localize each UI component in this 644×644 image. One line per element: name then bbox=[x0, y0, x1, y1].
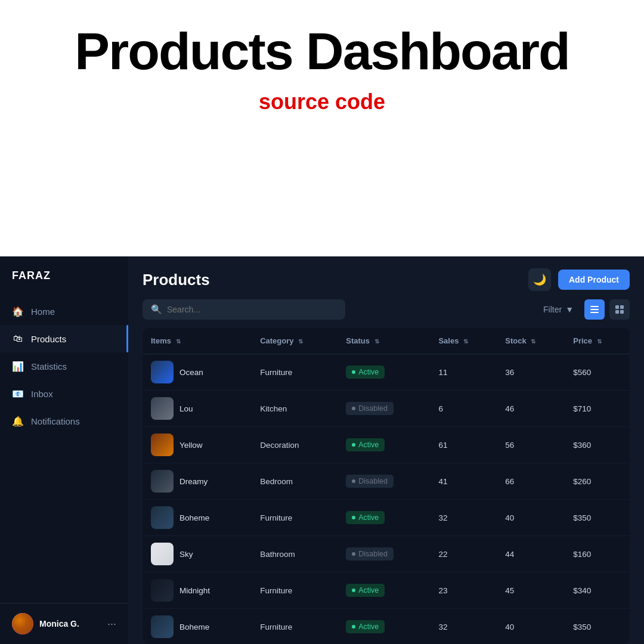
cell-item-3: Dreamy bbox=[143, 463, 252, 500]
status-badge-4: Active bbox=[346, 511, 385, 524]
sort-icon-status[interactable]: ⇅ bbox=[374, 338, 379, 345]
sidebar-item-home[interactable]: 🏠 Home bbox=[0, 298, 128, 325]
cell-category-1: Kitchen bbox=[252, 391, 338, 427]
status-badge-6: Active bbox=[346, 584, 385, 597]
product-cell-4: Boheme bbox=[151, 506, 243, 529]
hero-section: Products Dashboard source code bbox=[0, 0, 644, 256]
cell-stock-7: 40 bbox=[497, 609, 565, 645]
product-name-3: Dreamy bbox=[179, 477, 208, 486]
status-dot-5 bbox=[352, 552, 355, 556]
cell-category-3: Bedroom bbox=[252, 463, 338, 500]
cell-item-7: Boheme bbox=[143, 609, 252, 645]
table-row[interactable]: Boheme Furniture Active 32 40 $350 bbox=[143, 500, 630, 536]
col-price: Price ⇅ bbox=[565, 328, 630, 354]
table-row[interactable]: Lou Kitchen Disabled 6 46 $710 bbox=[143, 391, 630, 427]
search-icon: 🔍 bbox=[151, 304, 162, 315]
svg-rect-0 bbox=[590, 306, 599, 307]
sidebar-label-inbox: Inbox bbox=[31, 389, 53, 399]
sidebar-item-notifications[interactable]: 🔔 Notifications bbox=[0, 407, 128, 435]
sidebar-item-inbox[interactable]: 📧 Inbox bbox=[0, 380, 128, 407]
cell-item-2: Yellow bbox=[143, 427, 252, 463]
hero-title: Products Dashboard bbox=[75, 24, 569, 79]
product-cell-1: Lou bbox=[151, 397, 243, 420]
cell-sales-0: 11 bbox=[430, 354, 497, 391]
table-row[interactable]: Dreamy Bedroom Disabled 41 66 $260 bbox=[143, 463, 630, 500]
cell-price-5: $160 bbox=[565, 536, 630, 572]
filter-button[interactable]: Filter ▼ bbox=[537, 301, 580, 318]
product-thumb-7 bbox=[151, 615, 174, 638]
table-row[interactable]: Yellow Decoration Active 61 56 $360 bbox=[143, 427, 630, 463]
table-row[interactable]: Ocean Furniture Active 11 36 $560 bbox=[143, 354, 630, 391]
cell-sales-5: 22 bbox=[430, 536, 497, 572]
avatar bbox=[12, 613, 33, 634]
sidebar-icon-inbox: 📧 bbox=[12, 388, 24, 400]
sidebar-item-statistics[interactable]: 📊 Statistics bbox=[0, 352, 128, 380]
product-cell-7: Boheme bbox=[151, 615, 243, 638]
add-product-button[interactable]: Add Product bbox=[558, 270, 630, 290]
svg-rect-1 bbox=[590, 309, 599, 310]
header-row: Items ⇅ Category ⇅ Status ⇅ Sales ⇅ Stoc… bbox=[143, 328, 630, 354]
status-badge-1: Disabled bbox=[346, 402, 394, 415]
toolbar: 🔍 Filter ▼ bbox=[128, 299, 644, 328]
product-name-4: Boheme bbox=[179, 513, 209, 522]
sidebar-label-notifications: Notifications bbox=[31, 416, 80, 426]
sidebar-icon-home: 🏠 bbox=[12, 305, 24, 317]
sidebar-icon-products: 🛍 bbox=[12, 333, 24, 345]
table-row[interactable]: Sky Bathroom Disabled 22 44 $160 bbox=[143, 536, 630, 572]
sort-icon-category[interactable]: ⇅ bbox=[298, 338, 303, 345]
sidebar-icon-statistics: 📊 bbox=[12, 360, 24, 372]
cell-price-4: $350 bbox=[565, 500, 630, 536]
sort-icon-items[interactable]: ⇅ bbox=[176, 338, 181, 345]
table-row[interactable]: Boheme Furniture Active 32 40 $350 bbox=[143, 609, 630, 645]
main-header: Products 🌙 Add Product bbox=[128, 256, 644, 299]
status-badge-5: Disabled bbox=[346, 547, 394, 561]
sort-icon-sales[interactable]: ⇅ bbox=[463, 338, 468, 345]
cell-item-6: Midnight bbox=[143, 572, 252, 609]
svg-rect-5 bbox=[615, 310, 619, 314]
product-table-container: Items ⇅ Category ⇅ Status ⇅ Sales ⇅ Stoc… bbox=[143, 328, 630, 644]
cell-status-7: Active bbox=[338, 609, 430, 645]
table-row[interactable]: Midnight Furniture Active 23 45 $340 bbox=[143, 572, 630, 609]
sidebar-item-products[interactable]: 🛍 Products bbox=[0, 325, 128, 352]
svg-rect-6 bbox=[620, 310, 624, 314]
sort-icon-price[interactable]: ⇅ bbox=[597, 338, 602, 345]
cell-item-5: Sky bbox=[143, 536, 252, 572]
product-name-6: Midnight bbox=[179, 586, 210, 595]
sidebar-more-button[interactable]: ··· bbox=[107, 618, 116, 630]
sort-icon-stock[interactable]: ⇅ bbox=[531, 338, 535, 345]
cell-stock-1: 46 bbox=[497, 391, 565, 427]
col-sales: Sales ⇅ bbox=[430, 328, 497, 354]
product-thumb-6 bbox=[151, 579, 174, 602]
status-dot-7 bbox=[352, 625, 355, 628]
product-name-0: Ocean bbox=[179, 368, 203, 377]
cell-status-4: Active bbox=[338, 500, 430, 536]
sidebar-username: Monica G. bbox=[39, 619, 101, 628]
svg-rect-2 bbox=[590, 312, 599, 313]
product-name-2: Yellow bbox=[179, 441, 203, 450]
cell-status-2: Active bbox=[338, 427, 430, 463]
cell-category-4: Furniture bbox=[252, 500, 338, 536]
status-dot-4 bbox=[352, 516, 355, 519]
sidebar-brand: FARAZ bbox=[0, 256, 128, 293]
product-thumb-2 bbox=[151, 434, 174, 456]
cell-status-0: Active bbox=[338, 354, 430, 391]
cell-sales-7: 32 bbox=[430, 609, 497, 645]
col-items: Items ⇅ bbox=[143, 328, 252, 354]
status-badge-3: Disabled bbox=[346, 475, 394, 488]
cell-stock-3: 66 bbox=[497, 463, 565, 500]
sidebar-icon-notifications: 🔔 bbox=[12, 415, 24, 427]
search-input[interactable] bbox=[167, 305, 337, 314]
theme-toggle-button[interactable]: 🌙 bbox=[528, 268, 551, 291]
product-cell-6: Midnight bbox=[151, 579, 243, 602]
avatar-image bbox=[12, 613, 33, 634]
grid-view-button[interactable] bbox=[609, 299, 630, 320]
product-cell-0: Ocean bbox=[151, 361, 243, 383]
table-body: Ocean Furniture Active 11 36 $560 Lou Ki… bbox=[143, 354, 630, 645]
sidebar-label-products: Products bbox=[31, 334, 66, 344]
product-name-7: Boheme bbox=[179, 623, 209, 631]
cell-stock-0: 36 bbox=[497, 354, 565, 391]
list-view-button[interactable] bbox=[584, 299, 605, 320]
product-name-5: Sky bbox=[179, 550, 193, 559]
cell-status-6: Active bbox=[338, 572, 430, 609]
cell-stock-5: 44 bbox=[497, 536, 565, 572]
